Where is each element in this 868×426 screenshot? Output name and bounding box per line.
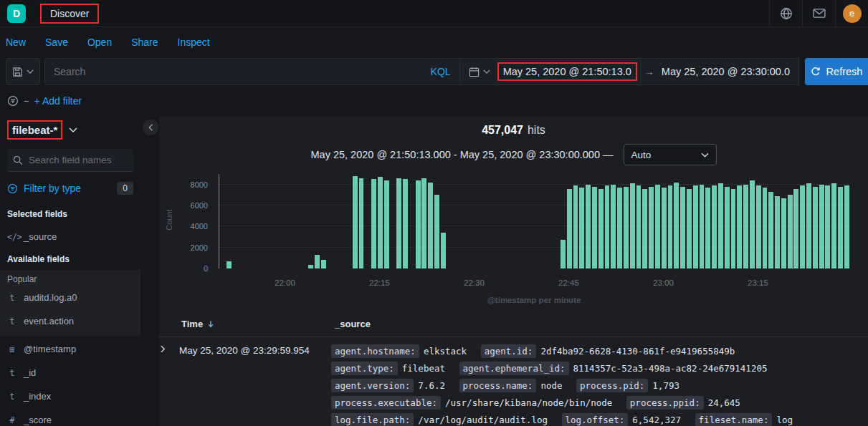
histogram-bar[interactable] [825,185,830,268]
histogram-bar[interactable] [567,189,572,268]
histogram-bar[interactable] [788,195,793,268]
field-search-placeholder: Search field names [29,155,112,165]
histogram-bar[interactable] [813,187,818,268]
index-pattern-selector[interactable]: filebeat-* [7,120,62,140]
histogram-bar[interactable] [662,188,667,268]
histogram-bar[interactable] [308,265,313,268]
histogram-bar[interactable] [775,196,780,268]
histogram-bar[interactable] [605,185,610,268]
source-field-name: log.offset: [562,413,629,426]
kibana-logo[interactable]: D [7,4,26,23]
histogram-bar[interactable] [624,187,629,268]
filter-options-icon[interactable]: − [24,96,29,107]
source-field-name: agent.id: [481,344,537,358]
histogram-bar[interactable] [403,179,408,268]
histogram-bar[interactable] [617,188,622,268]
field-_id[interactable]: t_id [7,361,133,384]
save-query-button[interactable] [6,58,40,85]
histogram-bar[interactable] [561,240,566,268]
avatar[interactable]: e [843,4,862,23]
histogram-bar[interactable] [838,187,843,268]
histogram-bar[interactable] [725,187,730,268]
histogram-bar[interactable] [712,185,717,268]
histogram-bar[interactable] [693,185,698,268]
histogram-bar[interactable] [441,233,446,268]
kql-selector[interactable]: KQL [431,66,451,77]
histogram-bar[interactable] [844,185,849,268]
deployment-icon[interactable] [769,0,802,26]
source-field-value: 2df4ba92-6628-4130-861f-e9419655849b [540,346,735,357]
column-time[interactable]: Time [181,319,335,329]
histogram-bar[interactable] [396,178,401,268]
histogram-bar[interactable] [793,189,798,268]
interval-select[interactable]: Auto [624,144,717,165]
histogram-bar[interactable] [384,180,389,268]
mail-icon[interactable] [802,0,835,26]
menu-item-share[interactable]: Share [131,37,158,48]
field-event.action[interactable]: tevent.action [7,309,133,333]
histogram-bar[interactable] [731,189,736,268]
field-_source[interactable]: </>_source [7,225,133,248]
filter-icon[interactable] [7,95,19,107]
date-range-end[interactable]: May 25, 2020 @ 23:30:00.0 [662,66,790,77]
histogram-bar-slot [819,174,825,268]
histogram-plot[interactable] [219,174,849,268]
histogram-bar[interactable] [378,177,383,268]
histogram-bar[interactable] [321,260,326,268]
histogram-bar[interactable] [315,255,320,268]
refresh-button[interactable]: Refresh [805,58,868,85]
histogram-bar[interactable] [226,261,232,268]
histogram-bar[interactable] [668,185,673,268]
field-_index[interactable]: t_index [7,384,133,408]
menu-item-inspect[interactable]: Inspect [178,37,210,48]
source-field-value: node [540,380,562,391]
collapse-sidebar-button[interactable] [143,120,158,135]
search-input[interactable]: Search KQL [44,58,460,85]
date-range-start[interactable]: May 25, 2020 @ 21:50:13.0 [497,62,637,81]
histogram-bar[interactable] [359,178,364,268]
histogram-bar[interactable] [680,187,685,268]
histogram-bar[interactable] [592,187,597,268]
histogram-bar[interactable] [371,179,376,268]
histogram-bar[interactable] [649,187,654,268]
source-field-pair: process.ppid:24,645 [626,397,740,408]
source-field-pair: process.pid:1,793 [576,380,679,391]
add-filter-link[interactable]: + Add filter [34,95,82,107]
histogram-bar[interactable] [579,188,584,268]
histogram-bar[interactable] [421,178,426,268]
filter-by-type[interactable]: Filter by type 0 [7,182,133,195]
row-time-cell[interactable]: May 25, 2020 @ 23:29:59.954 [179,343,331,356]
field-@timestamp[interactable]: ⊞@timestamp [7,337,133,361]
histogram-bar[interactable] [687,189,692,268]
menu-item-save[interactable]: Save [45,37,68,48]
breadcrumb-discover[interactable]: Discover [40,4,99,24]
histogram-bar[interactable] [598,189,604,268]
histogram-bar-slot [711,174,717,268]
chevron-down-icon[interactable] [69,127,77,132]
menu-item-open[interactable]: Open [87,37,112,48]
histogram-bar[interactable] [705,188,710,268]
field-auditd.log.a0[interactable]: tauditd.log.a0 [7,286,133,309]
histogram-bar[interactable] [781,198,786,268]
field-_score[interactable]: #_score [7,408,133,426]
search-placeholder: Search [54,66,85,77]
menu-item-new[interactable]: New [6,37,26,48]
histogram-bar[interactable] [642,189,647,268]
histogram-bar[interactable] [756,185,761,268]
histogram-bar[interactable] [353,176,358,268]
histogram-bar[interactable] [636,185,642,268]
histogram-bar[interactable] [434,195,439,268]
row-source-cell[interactable]: agent.hostname:elkstack agent.id:2df4ba9… [331,343,868,426]
histogram-bar[interactable] [800,185,805,268]
histogram-bar[interactable] [750,180,755,268]
histogram-bar[interactable] [416,180,421,268]
histogram-bar-slot [219,174,226,268]
user-menu[interactable]: e [835,0,868,26]
histogram-bar[interactable] [573,185,578,268]
histogram-bar[interactable] [768,192,773,268]
field-search-input[interactable]: Search field names [7,149,133,172]
calendar-button[interactable] [469,67,490,77]
expand-row-icon[interactable] [161,343,179,353]
histogram-bar[interactable] [737,185,742,268]
histogram-bar[interactable] [763,188,768,268]
